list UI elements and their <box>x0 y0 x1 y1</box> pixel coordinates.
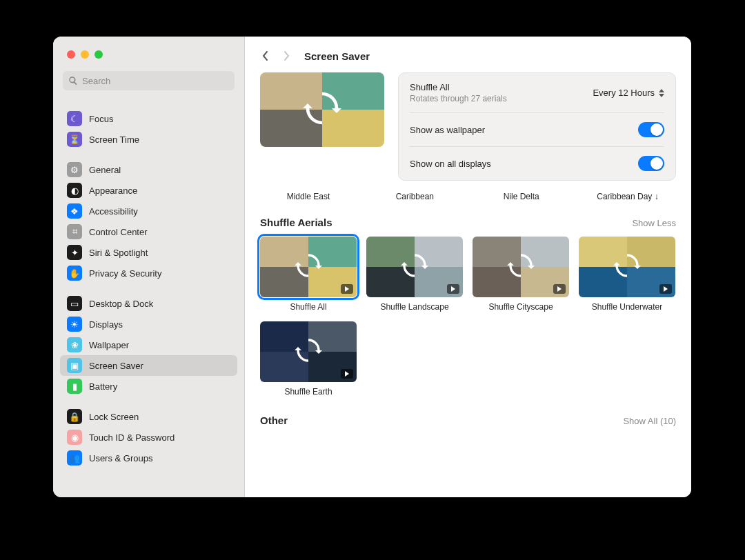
sidebar-icon: ⚙ <box>67 162 82 177</box>
sidebar-label: Desktop & Dock <box>89 299 153 309</box>
sidebar: ☾Focus⏳Screen Time⚙General◐Appearance❖Ac… <box>53 37 245 497</box>
tile-label: Shuffle Cityscape <box>473 302 569 312</box>
search-field[interactable] <box>63 71 235 90</box>
minimize-button[interactable] <box>81 50 89 59</box>
tile-thumb[interactable] <box>473 237 569 297</box>
sidebar-label: Privacy & Security <box>89 268 161 279</box>
search-icon <box>68 76 78 86</box>
sidebar-label: Appearance <box>89 186 137 196</box>
header: Screen Saver <box>245 37 691 72</box>
sidebar-label: General <box>89 165 121 175</box>
sidebar-item-desktop-dock[interactable]: ▭Desktop & Dock <box>60 293 237 314</box>
wallpaper-label: Show as wallpaper <box>410 125 485 135</box>
window-controls <box>53 37 244 59</box>
sidebar-label: Accessibility <box>89 206 138 217</box>
sidebar-label: Siri & Spotlight <box>89 248 148 258</box>
back-button[interactable] <box>259 49 272 63</box>
sidebar-item-control-center[interactable]: ⌗Control Center <box>60 221 237 242</box>
shuffle-tile[interactable]: Shuffle Cityscape <box>473 237 569 312</box>
hero-section: Shuffle All Rotates through 27 aerials E… <box>260 72 676 181</box>
sidebar-item-lock-screen[interactable]: 🔒Lock Screen <box>60 406 237 427</box>
tile-label: Shuffle Underwater <box>579 302 675 312</box>
sidebar-label: Lock Screen <box>89 412 139 422</box>
sidebar-nav: ☾Focus⏳Screen Time⚙General◐Appearance❖Ac… <box>53 99 244 497</box>
all-displays-row: Show on all displays <box>410 147 664 180</box>
show-all-link[interactable]: Show All (10) <box>623 416 676 426</box>
all-displays-toggle[interactable] <box>638 156 664 171</box>
shuffle-icon <box>401 252 428 282</box>
sidebar-label: Screen Saver <box>89 361 143 371</box>
tile-label: Shuffle All <box>260 302 357 312</box>
shuffle-tile[interactable]: Shuffle All <box>260 237 357 312</box>
sidebar-item-users-groups[interactable]: 👥Users & Groups <box>60 448 237 468</box>
sidebar-icon: ❀ <box>67 337 82 352</box>
sidebar-item-appearance[interactable]: ◐Appearance <box>60 180 237 201</box>
shuffle-tile[interactable]: Shuffle Underwater <box>579 237 675 312</box>
sidebar-item-general[interactable]: ⚙General <box>60 159 237 180</box>
sidebar-icon: ▣ <box>67 358 82 373</box>
shuffle-tile[interactable]: Shuffle Earth <box>260 321 357 397</box>
shuffle-tile[interactable]: Shuffle Landscape <box>366 237 463 312</box>
shuffle-title: Shuffle All <box>410 82 507 92</box>
shuffle-icon <box>613 252 641 282</box>
sidebar-icon: 🔒 <box>67 409 82 424</box>
shuffle-icon <box>507 252 535 282</box>
sidebar-item-battery[interactable]: ▮Battery <box>60 376 237 397</box>
sidebar-item-accessibility[interactable]: ❖Accessibility <box>60 201 237 221</box>
sidebar-label: Touch ID & Password <box>89 432 175 443</box>
all-displays-label: Show on all displays <box>410 159 491 169</box>
sidebar-icon: ☀ <box>67 317 82 332</box>
sidebar-item-screen-time[interactable]: ⏳Screen Time <box>60 129 237 150</box>
sidebar-icon: ▭ <box>67 296 82 311</box>
maximize-button[interactable] <box>95 50 103 59</box>
sidebar-label: Screen Time <box>89 134 139 145</box>
sidebar-item-displays[interactable]: ☀Displays <box>60 314 237 334</box>
hero-settings-panel: Shuffle All Rotates through 27 aerials E… <box>398 72 676 181</box>
sidebar-icon: ❖ <box>67 203 82 219</box>
tile-thumb[interactable] <box>366 237 463 297</box>
search-input[interactable] <box>82 76 229 86</box>
section-header: Shuffle Aerials Show Less <box>260 217 676 228</box>
tile-thumb[interactable] <box>260 237 357 297</box>
hero-preview[interactable] <box>260 72 384 147</box>
sidebar-item-touch-id-password[interactable]: ◉Touch ID & Password <box>60 427 237 448</box>
aerial-label: Middle East <box>260 192 357 201</box>
content-scroll[interactable]: Shuffle All Rotates through 27 aerials E… <box>245 72 691 497</box>
shuffle-icon <box>295 252 322 282</box>
sidebar-icon: ⏳ <box>67 132 82 147</box>
play-icon <box>447 284 459 294</box>
play-icon <box>659 284 672 294</box>
sidebar-label: Users & Groups <box>89 453 152 463</box>
aerial-label: Nile Delta <box>473 192 570 201</box>
sidebar-label: Battery <box>89 381 117 392</box>
sidebar-item-privacy-security[interactable]: ✋Privacy & Security <box>60 263 237 283</box>
sidebar-label: Focus <box>89 114 113 124</box>
sidebar-label: Control Center <box>89 227 148 237</box>
close-button[interactable] <box>67 50 75 59</box>
shuffle-icon <box>295 337 322 367</box>
sidebar-item-focus[interactable]: ☾Focus <box>60 108 237 129</box>
tile-thumb[interactable] <box>579 237 675 297</box>
sidebar-icon: ⌗ <box>67 224 82 239</box>
sidebar-item-screen-saver[interactable]: ▣Screen Saver <box>60 355 237 376</box>
tile-label: Shuffle Earth <box>260 387 357 397</box>
sidebar-label: Displays <box>89 319 123 330</box>
play-icon <box>341 369 353 379</box>
main-content: Screen Saver Shuffle All Rotates through… <box>245 37 691 497</box>
frequency-value: Every 12 Hours <box>593 88 655 98</box>
sidebar-icon: 👥 <box>67 450 82 466</box>
wallpaper-toggle[interactable] <box>638 122 664 137</box>
aerials-peek-row: Middle EastCaribbeanNile DeltaCaribbean … <box>260 188 676 217</box>
play-icon <box>553 284 566 294</box>
show-less-link[interactable]: Show Less <box>632 218 676 228</box>
play-icon <box>341 284 353 294</box>
sidebar-item-wallpaper[interactable]: ❀Wallpaper <box>60 334 237 355</box>
frequency-popup[interactable]: Every 12 Hours <box>593 88 664 98</box>
sidebar-item-siri-spotlight[interactable]: ✦Siri & Spotlight <box>60 242 237 263</box>
settings-window: ☾Focus⏳Screen Time⚙General◐Appearance❖Ac… <box>53 37 691 497</box>
forward-button[interactable] <box>279 49 293 63</box>
aerial-label: Caribbean <box>366 192 463 201</box>
shuffle-icon <box>303 89 341 130</box>
tile-thumb[interactable] <box>260 321 357 382</box>
sidebar-icon: ◐ <box>67 183 82 198</box>
